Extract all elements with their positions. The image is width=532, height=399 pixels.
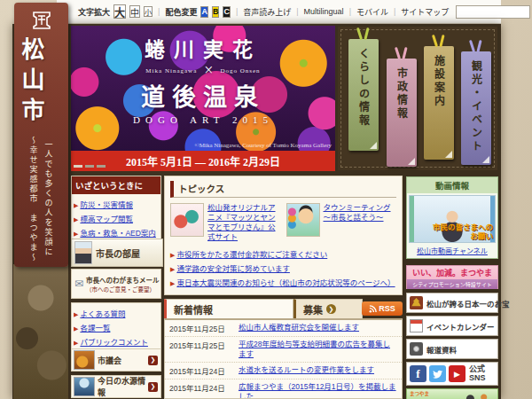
pager-dot[interactable] xyxy=(97,165,106,168)
hero-date-bar: 2015年 5月1日 ― 2016年 2月29日 xyxy=(71,151,335,171)
city-promotion-banner[interactable]: いい、加減。まつやま シティプロモーション特設サイト xyxy=(406,265,498,289)
tab-recruitment[interactable]: 募集 ❯ xyxy=(293,299,363,318)
news-item[interactable]: 2015年11月25日 松山市人権教育研究会を開催します xyxy=(165,320,402,337)
city-council-banner[interactable]: 市議会 ❯ xyxy=(71,348,161,372)
color-scheme-c-button[interactable]: C xyxy=(223,6,231,18)
sidebar-item-public-comment[interactable]: ▶パブリックコメント xyxy=(74,334,159,348)
hero-x-separator: × xyxy=(204,61,213,80)
event-calendar-banner[interactable]: イベントカレンダー xyxy=(406,316,498,336)
divider: | xyxy=(296,7,298,16)
color-scheme-a-button[interactable]: A xyxy=(200,6,208,18)
font-size-small-button[interactable]: 小 xyxy=(144,6,153,17)
arrow-icon: ❯ xyxy=(148,382,158,392)
topics-box: トピックス 松山発オリジナルアニメ『マッツとヤンマとモブリさん』公式サイト タウ… xyxy=(164,176,403,295)
matsuyama-city-homepage: 文字拡大 大 中 小 | 配色変更 A B C | 音声読み上げ | Multi… xyxy=(0,0,532,399)
official-sns-box: f ▶ 公式 SNS xyxy=(406,362,498,386)
nav-bookmark-tourism-events[interactable]: 観光・イベント xyxy=(461,51,491,165)
color-scheme-label: 配色変更 xyxy=(165,6,197,18)
video-overlay-text: 市民の皆さまへの お願い xyxy=(433,223,493,240)
town-meeting-thumbnail xyxy=(286,203,320,237)
city-tagline: 一人でも多くの人を笑顔に ～幸せ実感都市 まつやま～ xyxy=(14,134,68,263)
search-input[interactable] xyxy=(456,5,530,19)
emergency-box: いざというときに ▶防災・災害情報 ▶標高マップ閲覧 ▶急病・救急・AED案内 xyxy=(71,176,161,243)
topic-link-earthquake-info[interactable]: ▶東日本大震災関連のお知らせ（松山市の対応状況等のページへ） xyxy=(170,275,396,289)
castle-icon xyxy=(410,296,423,309)
sidebar-item-emergency-aed[interactable]: ▶急病・救急・AED案内 xyxy=(74,225,159,239)
main-nav-panel: くらしの情報 市政情報 施設案内 観光・イベント xyxy=(338,27,497,170)
treasure-banner[interactable]: 松山が誇る日本一のお宝 xyxy=(406,293,498,313)
mobile-link[interactable]: モバイル xyxy=(356,6,388,18)
divider: | xyxy=(394,7,395,16)
rss-button[interactable]: RSS xyxy=(362,301,403,316)
video-thumbnail[interactable]: 市民の皆さまへの お願い xyxy=(409,195,496,243)
video-box-title: 動画情報 xyxy=(407,177,497,193)
hero-artist-title: 蜷川実花 xyxy=(145,33,262,63)
hero-event-name: DOGO ART 2015 xyxy=(133,114,273,125)
hero-venue-en: Dogo Onsen xyxy=(220,67,260,74)
sitemap-link[interactable]: サイトマップ xyxy=(401,6,449,18)
divider: | xyxy=(158,7,160,16)
anime-thumbnail xyxy=(170,203,204,237)
mayor-mail-button[interactable]: ✉ 市長へのわがまちメール （市へのご意見・ご要望） xyxy=(71,269,161,299)
official-sns-label: 公式 SNS xyxy=(469,365,486,383)
arrow-icon: ❯ xyxy=(148,356,158,365)
video-channel-link[interactable]: 松山市動画チャンネル xyxy=(407,245,497,255)
sidebar-item-departments[interactable]: ▶各課一覧 xyxy=(74,320,159,334)
facebook-icon[interactable]: f xyxy=(410,365,426,382)
kids-page-banner[interactable]: まつやま キッズページ xyxy=(406,388,498,399)
color-scheme-b-button[interactable]: B xyxy=(212,6,220,18)
arrow-bullet-icon: ▶ xyxy=(74,325,78,332)
topic-link-fraud-warning[interactable]: ▶市役所をかたる還付金詐欺にご注意ください xyxy=(170,246,396,261)
divider: | xyxy=(349,7,351,16)
text-to-speech-link[interactable]: 音声読み上げ xyxy=(243,6,291,18)
divider: | xyxy=(236,7,238,16)
camera-icon xyxy=(410,342,423,356)
sidebar-item-faq[interactable]: ▶よくある質問 xyxy=(74,306,159,320)
sidebar-item-disaster[interactable]: ▶防災・災害情報 xyxy=(74,197,159,211)
city-banner[interactable]: 松山市 一人でも多くの人を笑顔に ～幸せ実感都市 まつやま～ xyxy=(14,3,68,267)
hero-slideshow[interactable]: 蜷川実花 Mika Ninagawa × Dogo Onsen 道後温泉 DOG… xyxy=(71,26,335,151)
topic-featured-town-meeting[interactable]: タウンミーティング～市長と話そう～ xyxy=(286,203,397,242)
arrow-bullet-icon: ▶ xyxy=(170,280,175,286)
hero-venue-title: 道後温泉 xyxy=(141,78,265,113)
video-info-box: 動画情報 市民の皆さまへの お願い 松山市動画チャンネル xyxy=(406,176,498,259)
mail-icon: ✉ xyxy=(74,278,83,290)
nav-bookmark-facilities[interactable]: 施設案内 xyxy=(424,46,454,160)
matsuyama-city-emblem-icon xyxy=(14,9,68,34)
arrow-bullet-icon: ▶ xyxy=(170,252,175,258)
pager-dot[interactable] xyxy=(74,165,82,168)
font-size-large-button[interactable]: 大 xyxy=(113,4,126,19)
news-item[interactable]: 2015年11月25日 平成28年度給与等支給明細書の広告を募集します xyxy=(165,337,402,363)
arrow-bullet-icon: ▶ xyxy=(74,216,78,223)
water-source-banner[interactable]: 今日の水源情報 ❯ xyxy=(71,375,161,398)
hero-artist-en: Mika Ninagawa xyxy=(145,67,197,74)
news-item[interactable]: 2015年11月24日 水道水を送るルートの変更作業をします xyxy=(165,363,402,379)
sidebar-photo xyxy=(13,264,68,399)
arrow-bullet-icon: ▶ xyxy=(74,340,78,346)
city-name: 松山市 xyxy=(14,37,47,128)
hero-photo-credit: ©Mika Ninagawa, Courtesy of Tomio Koyama… xyxy=(194,142,332,149)
arrow-bullet-icon: ▶ xyxy=(170,266,175,272)
topic-featured-anime[interactable]: 松山発オリジナルアニメ『マッツとヤンマとモブリさん』公式サイト xyxy=(170,203,281,242)
youtube-icon[interactable]: ▶ xyxy=(449,365,466,382)
emergency-box-title: いざというときに xyxy=(72,176,160,194)
pager-dot[interactable] xyxy=(85,165,94,168)
font-size-medium-button[interactable]: 中 xyxy=(129,5,140,18)
topic-link-school-route[interactable]: ▶通学路の安全対策に努めています xyxy=(170,261,396,275)
accessibility-toolbar: 文字拡大 大 中 小 | 配色変更 A B C | 音声読み上げ | Multi… xyxy=(57,0,501,24)
twitter-icon[interactable] xyxy=(429,365,446,382)
water-thumbnail xyxy=(74,377,95,396)
rss-icon xyxy=(369,305,377,313)
slideshow-pager[interactable] xyxy=(74,165,106,168)
tab-new-information[interactable]: 新着情報 xyxy=(164,299,293,318)
topics-title: トピックス xyxy=(170,181,396,198)
nav-bookmark-city-government[interactable]: 市政情報 xyxy=(387,59,417,167)
calendar-icon xyxy=(410,319,423,332)
arrow-bullet-icon: ▶ xyxy=(74,311,78,317)
multilingual-link[interactable]: Multilingual xyxy=(304,7,344,16)
mayor-room-button[interactable]: 市長の部屋 xyxy=(71,239,163,267)
sidebar-item-elevation-map[interactable]: ▶標高マップ閲覧 xyxy=(74,211,159,225)
press-materials-banner[interactable]: 報道資料 xyxy=(406,339,498,359)
news-item[interactable]: 2015年11月24日 広報まつやま（2015年12月1日号）を掲載しました xyxy=(165,379,402,399)
nav-bookmark-living-info[interactable]: くらしの情報 xyxy=(348,39,379,151)
